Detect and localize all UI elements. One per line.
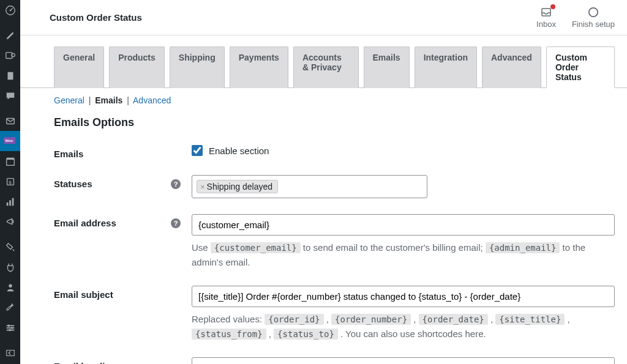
token-remove-icon[interactable]: × xyxy=(200,182,205,191)
svg-rect-5 xyxy=(6,118,14,124)
svg-point-15 xyxy=(9,284,12,287)
subnav-general[interactable]: General xyxy=(54,95,84,105)
tab-advanced[interactable]: Advanced xyxy=(482,46,541,88)
label-email-address: Email address xyxy=(54,218,116,228)
menu-media[interactable] xyxy=(0,45,20,65)
svg-text:Woo: Woo xyxy=(5,139,13,143)
subnav-emails: Emails xyxy=(95,95,122,105)
inbox-icon xyxy=(540,6,552,18)
svg-point-24 xyxy=(589,8,598,17)
label-email-subject: Email subject xyxy=(54,289,113,300)
email-heading-input[interactable] xyxy=(192,357,615,364)
menu-settings[interactable] xyxy=(0,318,20,338)
row-statuses: Statuses ? × Shipping delayed xyxy=(54,175,615,198)
menu-appearance[interactable] xyxy=(0,237,20,257)
label-email-heading: Email heading xyxy=(54,361,116,364)
subnav-sep: | xyxy=(127,95,129,105)
svg-point-20 xyxy=(10,327,13,329)
finish-setup-button[interactable]: Finish setup xyxy=(572,6,615,29)
code-token: {site_title} xyxy=(495,314,565,325)
help-icon[interactable]: ? xyxy=(171,218,181,228)
page-title: Custom Order Status xyxy=(50,12,142,23)
email-address-input[interactable] xyxy=(192,214,615,236)
sub-nav: General | Emails | Advanced xyxy=(20,88,627,113)
subnav-sep: | xyxy=(89,95,91,105)
email-subject-help: Replaced values: {order_id} , {order_num… xyxy=(192,312,615,341)
subnav-advanced[interactable]: Advanced xyxy=(133,95,171,105)
circle-icon xyxy=(587,6,599,18)
menu-products[interactable] xyxy=(0,151,20,171)
menu-pages[interactable] xyxy=(0,65,20,86)
row-email-heading: Email heading Replaced values: {order_id… xyxy=(54,357,615,364)
email-subject-input[interactable] xyxy=(192,286,615,307)
svg-rect-8 xyxy=(6,159,14,165)
menu-woocommerce[interactable]: Woo xyxy=(0,131,20,151)
menu-contact[interactable] xyxy=(0,111,20,131)
tab-emails[interactable]: Emails xyxy=(364,46,410,88)
code-token: {customer_email} xyxy=(211,242,301,253)
top-actions: Inbox Finish setup xyxy=(536,6,615,29)
svg-rect-22 xyxy=(6,350,14,355)
code-token: {status_from} xyxy=(192,329,266,340)
code-token: {status_to} xyxy=(274,329,338,340)
content: Emails Options Emails Enable section Sta… xyxy=(20,113,627,364)
notification-dot xyxy=(550,4,555,9)
code-token: {order_id} xyxy=(265,314,323,325)
menu-posts[interactable] xyxy=(0,25,20,45)
menu-marketing[interactable] xyxy=(0,212,20,232)
finish-label: Finish setup xyxy=(572,20,615,29)
main-area: Custom Order Status Inbox Finish setup G… xyxy=(20,0,627,364)
menu-users[interactable] xyxy=(0,277,20,297)
menu-payments[interactable]: $ xyxy=(0,171,20,191)
section-heading: Emails Options xyxy=(54,116,615,129)
code-token: {admin_email} xyxy=(486,242,560,253)
svg-rect-4 xyxy=(7,72,13,80)
svg-point-19 xyxy=(7,324,10,327)
statuses-input[interactable]: × Shipping delayed xyxy=(192,175,427,198)
row-email-address: Email address ? Use {customer_email} to … xyxy=(54,214,615,270)
status-token: × Shipping delayed xyxy=(197,180,278,193)
svg-rect-23 xyxy=(542,9,550,16)
inbox-label: Inbox xyxy=(536,20,556,29)
tab-accounts-privacy[interactable]: Accounts & Privacy xyxy=(293,46,359,88)
inbox-button[interactable]: Inbox xyxy=(536,6,556,29)
menu-dashboard[interactable] xyxy=(0,0,20,20)
menu-plugins[interactable] xyxy=(0,257,20,277)
svg-point-1 xyxy=(9,9,11,11)
label-statuses: Statuses xyxy=(54,179,92,189)
svg-rect-9 xyxy=(6,157,14,159)
tab-payments[interactable]: Payments xyxy=(230,46,288,88)
enable-checkbox[interactable] xyxy=(192,145,203,156)
tab-general[interactable]: General xyxy=(54,46,104,88)
code-token: {order_date} xyxy=(419,314,488,325)
svg-point-21 xyxy=(9,329,11,331)
tab-integration[interactable]: Integration xyxy=(415,46,477,88)
top-bar: Custom Order Status Inbox Finish setup xyxy=(20,0,627,35)
tab-shipping[interactable]: Shipping xyxy=(170,46,225,88)
svg-rect-13 xyxy=(9,200,11,206)
menu-analytics[interactable] xyxy=(0,191,20,212)
menu-tools[interactable] xyxy=(0,297,20,318)
svg-rect-12 xyxy=(6,202,8,205)
tabs-row: General Products Shipping Payments Accou… xyxy=(20,35,627,88)
admin-sidebar: Woo $ xyxy=(0,0,20,364)
menu-collapse[interactable] xyxy=(0,343,20,363)
tab-custom-order-status[interactable]: Custom Order Status xyxy=(546,46,615,88)
menu-comments[interactable] xyxy=(0,86,20,106)
svg-rect-14 xyxy=(12,198,13,206)
enable-label[interactable]: Enable section xyxy=(209,146,269,156)
email-address-help: Use {customer_email} to send email to th… xyxy=(192,240,615,270)
help-icon[interactable]: ? xyxy=(171,179,181,189)
tab-products[interactable]: Products xyxy=(109,46,165,88)
token-label: Shipping delayed xyxy=(207,182,272,191)
row-email-subject: Email subject Replaced values: {order_id… xyxy=(54,286,615,341)
code-token: {order_number} xyxy=(331,314,411,325)
row-emails: Emails Enable section xyxy=(54,145,615,159)
svg-text:$: $ xyxy=(9,179,12,185)
label-emails: Emails xyxy=(54,145,192,159)
